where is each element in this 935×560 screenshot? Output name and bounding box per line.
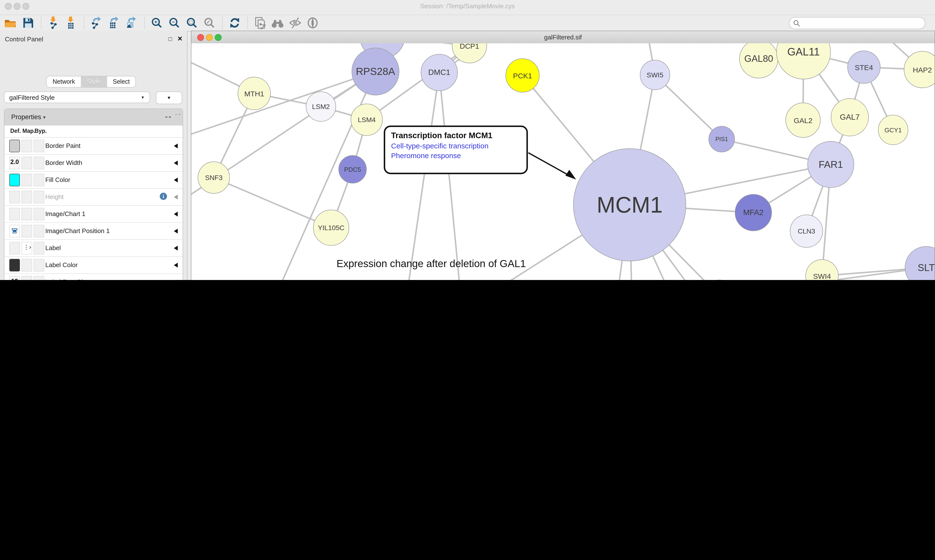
tab-network[interactable]: Network — [47, 76, 81, 87]
mapping-cell[interactable] — [22, 157, 32, 169]
network-node-swi5[interactable]: SWI5 — [640, 60, 670, 90]
expand-arrow-icon[interactable] — [174, 263, 178, 268]
expand-arrow-icon[interactable] — [174, 178, 178, 182]
zoom-out-button[interactable]: − — [168, 17, 181, 29]
expand-arrow-icon[interactable] — [174, 212, 178, 217]
default-value-cell[interactable] — [9, 140, 20, 152]
export-image-button[interactable] — [125, 17, 138, 29]
collapse-all-icon[interactable]: ⌃⌃ — [174, 113, 181, 119]
network-node-gal11[interactable]: GAL11 — [776, 43, 831, 79]
info-icon[interactable]: i — [160, 193, 167, 200]
annotation-link[interactable]: Pheromone response — [391, 151, 521, 160]
hide-eye-slash-button[interactable] — [288, 17, 302, 29]
close-icon[interactable]: ✕ — [177, 35, 183, 42]
mapping-cell[interactable] — [22, 225, 32, 237]
network-node-hap2[interactable]: HAP2 — [904, 51, 935, 88]
property-row-label-font-size[interactable]: 12Label Font Size — [5, 274, 183, 280]
mapping-cell[interactable] — [22, 208, 32, 220]
show-eye-button[interactable] — [306, 17, 319, 29]
expand-arrow-icon[interactable] — [174, 229, 178, 234]
zoom-selected-button[interactable]: ✓ — [202, 17, 216, 29]
bypass-cell[interactable] — [34, 242, 44, 254]
import-table-button[interactable] — [64, 17, 78, 29]
float-window-icon[interactable]: □ — [168, 35, 172, 42]
save-button[interactable] — [22, 17, 35, 29]
network-node-pis1[interactable]: PIS1 — [708, 126, 735, 152]
property-row-image-chart-1[interactable]: Image/Chart 1 — [5, 205, 183, 222]
property-row-border-width[interactable]: 2.0Border Width — [5, 154, 183, 171]
network-node-cln3[interactable]: CLN3 — [790, 215, 823, 248]
open-folder-button[interactable] — [4, 17, 17, 29]
export-table-button[interactable] — [107, 17, 121, 29]
property-row-height[interactable]: Heighti — [5, 188, 183, 205]
bypass-cell[interactable] — [34, 174, 44, 186]
network-node-gcy1[interactable]: GCY1 — [878, 115, 908, 145]
property-row-fill-color[interactable]: Fill Color — [5, 171, 183, 188]
annotation-link[interactable]: Cell-type-specific transcription — [391, 142, 521, 150]
network-node-gal7[interactable]: GAL7 — [831, 98, 869, 136]
bypass-cell[interactable] — [34, 208, 44, 220]
bypass-cell[interactable] — [34, 225, 44, 237]
property-row-image-chart-position-1[interactable]: Image/Chart Position 1 — [5, 222, 183, 239]
zoom-in-button[interactable]: + — [150, 17, 164, 29]
network-node-lsm4[interactable]: LSM4 — [350, 104, 383, 136]
network-node-lsm2[interactable]: LSM2 — [306, 91, 336, 122]
network-node-snf3[interactable]: SNF3 — [198, 162, 230, 194]
property-row-label[interactable]: ⋮›Label — [5, 239, 183, 256]
expand-arrow-icon[interactable] — [174, 143, 178, 148]
refresh-layout-button[interactable] — [228, 17, 242, 29]
mapping-cell[interactable] — [22, 276, 32, 280]
network-canvas[interactable]: RPS28ADMC1DCP1PCK1SWI5GAL80GAL11STE4HAP2… — [191, 43, 935, 280]
tab-style[interactable]: Style — [81, 76, 107, 87]
mapping-cell[interactable] — [22, 140, 32, 152]
default-value-cell[interactable] — [9, 259, 20, 271]
import-network-button[interactable] — [47, 17, 60, 29]
mapping-cell[interactable]: ⋮› — [22, 242, 32, 254]
bypass-cell[interactable] — [34, 276, 44, 280]
zoom-fit-button[interactable]: □ — [185, 17, 199, 29]
network-node-rps28a[interactable]: RPS28A — [352, 48, 399, 95]
expand-arrow-icon[interactable] — [174, 246, 178, 251]
mapping-cell[interactable] — [22, 191, 32, 203]
network-window-titlebar[interactable]: galFiltered.sif — [191, 31, 935, 44]
network-node-gal80[interactable]: GAL80 — [739, 43, 778, 78]
property-row-label-color[interactable]: Label Color — [5, 256, 183, 274]
network-node-dcp1[interactable]: DCP1 — [452, 43, 487, 63]
default-value-cell[interactable] — [9, 191, 20, 203]
mapping-cell[interactable] — [22, 174, 32, 186]
export-network-button[interactable] — [89, 17, 103, 29]
network-node-pck1[interactable]: PCK1 — [506, 58, 540, 92]
annotation-box[interactable]: Transcription factor MCM1 Cell-type-spec… — [384, 126, 528, 174]
network-node-far1[interactable]: FAR1 — [807, 141, 854, 188]
network-node-cdc42[interactable]: CDC42 — [703, 280, 735, 280]
network-node-dmc1[interactable]: DMC1 — [421, 54, 458, 91]
expand-arrow-icon[interactable] — [174, 195, 178, 200]
search-box[interactable] — [789, 17, 925, 29]
network-node-mfa2[interactable]: MFA2 — [735, 194, 772, 231]
network-node-swi4[interactable]: SWI4 — [805, 259, 839, 280]
expand-arrow-icon[interactable] — [174, 160, 178, 165]
network-node-yil105c[interactable]: YIL105C — [313, 210, 349, 246]
network-node-pdc5[interactable]: PDC5 — [338, 155, 367, 183]
expand-all-icon[interactable]: ⌄⌄ — [164, 113, 171, 119]
network-node-mth1[interactable]: MTH1 — [238, 77, 271, 110]
tab-select[interactable]: Select — [107, 76, 136, 87]
network-node-slt2[interactable]: SLT — [905, 246, 935, 280]
default-value-cell[interactable] — [9, 208, 20, 220]
search-input[interactable] — [800, 18, 925, 28]
network-node-gal2[interactable]: GAL2 — [785, 103, 821, 138]
default-value-cell[interactable] — [9, 225, 20, 237]
find-binoculars-button[interactable] — [271, 17, 284, 29]
bypass-cell[interactable] — [34, 259, 44, 271]
default-value-cell[interactable] — [9, 174, 20, 186]
copy-view-button[interactable] — [253, 17, 267, 29]
network-node-ste4[interactable]: STE4 — [847, 51, 881, 84]
network-node-mcm1[interactable]: MCM1 — [573, 148, 686, 261]
bypass-cell[interactable] — [34, 140, 44, 152]
property-row-border-paint[interactable]: Border Paint — [5, 137, 183, 154]
default-value-cell[interactable] — [9, 242, 20, 254]
style-select-dropdown[interactable]: galFiltered Style ▼ — [4, 91, 150, 103]
bypass-cell[interactable] — [34, 157, 44, 169]
style-options-button[interactable]: ▼ — [156, 91, 182, 104]
mapping-cell[interactable] — [22, 259, 32, 271]
